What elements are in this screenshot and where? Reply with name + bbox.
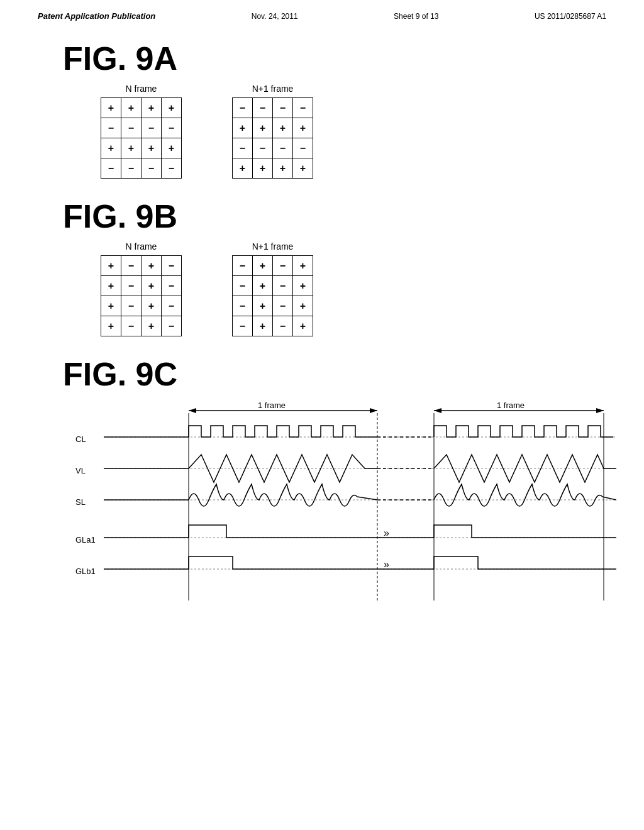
fig9b-nframe: N frame +−+− +−+− +−+− +−+− <box>101 241 182 336</box>
fig9c-section: FIG. 9C 1 frame 1 frame <box>63 355 606 613</box>
patent-number: US 2011/0285687 A1 <box>535 12 606 21</box>
fig9c-title: FIG. 9C <box>63 355 606 393</box>
publication-title: Patent Application Publication <box>38 11 155 21</box>
svg-text:»: » <box>384 559 389 570</box>
timing-diagram: 1 frame 1 frame CL VL SL GLa1 GLb1 <box>75 399 616 613</box>
fig9a-nframe: N frame ++++ −−−− ++++ −−−− <box>101 84 182 179</box>
table-row: ++++ <box>101 98 182 118</box>
table-row: −−−− <box>233 98 313 118</box>
svg-text:GLa1: GLa1 <box>75 535 96 545</box>
svg-text:»: » <box>384 528 389 538</box>
table-row: ++++ <box>233 118 313 138</box>
page-header: Patent Application Publication Nov. 24, … <box>0 0 644 21</box>
fig9a-nframe-label: N frame <box>126 84 157 94</box>
table-row: +−+− <box>101 296 182 316</box>
fig9b-nframe-label: N frame <box>126 241 157 252</box>
fig9a-n1frame: N+1 frame −−−− ++++ −−−− ++++ <box>232 84 313 179</box>
fig9b-section: FIG. 9B N frame +−+− +−+− +−+− +−+− N+1 … <box>63 197 606 336</box>
fig9b-frames: N frame +−+− +−+− +−+− +−+− N+1 frame −+… <box>101 241 606 336</box>
fig9a-section: FIG. 9A N frame ++++ −−−− ++++ −−−− N+1 … <box>63 40 606 179</box>
timing-svg: 1 frame 1 frame CL VL SL GLa1 GLb1 <box>75 399 616 613</box>
table-row: −+−+ <box>233 256 313 276</box>
fig9b-n1frame-grid: −+−+ −+−+ −+−+ −+−+ <box>232 255 313 336</box>
fig9b-nframe-grid: +−+− +−+− +−+− +−+− <box>101 255 182 336</box>
svg-text:GLb1: GLb1 <box>75 567 96 576</box>
svg-text:CL: CL <box>75 434 86 444</box>
sheet-info: Sheet 9 of 13 <box>394 12 438 21</box>
svg-text:VL: VL <box>75 466 86 475</box>
svg-text:1 frame: 1 frame <box>258 401 286 410</box>
svg-marker-6 <box>596 408 604 413</box>
table-row: +−+− <box>101 256 182 276</box>
fig9a-nframe-grid: ++++ −−−− ++++ −−−− <box>101 97 182 179</box>
fig9a-frames: N frame ++++ −−−− ++++ −−−− N+1 frame −−… <box>101 84 606 179</box>
fig9a-title: FIG. 9A <box>63 40 606 77</box>
table-row: −+−+ <box>233 276 313 296</box>
table-row: −+−+ <box>233 296 313 316</box>
fig9b-n1frame-label: N+1 frame <box>252 241 294 252</box>
fig9b-title: FIG. 9B <box>63 197 606 235</box>
table-row: +−+− <box>101 276 182 296</box>
main-content: FIG. 9A N frame ++++ −−−− ++++ −−−− N+1 … <box>0 21 644 613</box>
svg-text:SL: SL <box>75 497 86 507</box>
publication-date: Nov. 24, 2011 <box>252 12 298 21</box>
fig9a-n1frame-grid: −−−− ++++ −−−− ++++ <box>232 97 313 179</box>
svg-marker-5 <box>434 408 441 413</box>
table-row: ++++ <box>233 158 313 179</box>
fig9b-n1frame: N+1 frame −+−+ −+−+ −+−+ −+−+ <box>232 241 313 336</box>
fig9a-n1frame-label: N+1 frame <box>252 84 294 94</box>
table-row: −−−− <box>101 118 182 138</box>
svg-marker-2 <box>370 408 377 413</box>
table-row: −−−− <box>233 138 313 158</box>
svg-text:1 frame: 1 frame <box>497 401 525 410</box>
table-row: −+−+ <box>233 316 313 336</box>
table-row: −−−− <box>101 158 182 179</box>
table-row: ++++ <box>101 138 182 158</box>
svg-marker-1 <box>189 408 196 413</box>
table-row: +−+− <box>101 316 182 336</box>
